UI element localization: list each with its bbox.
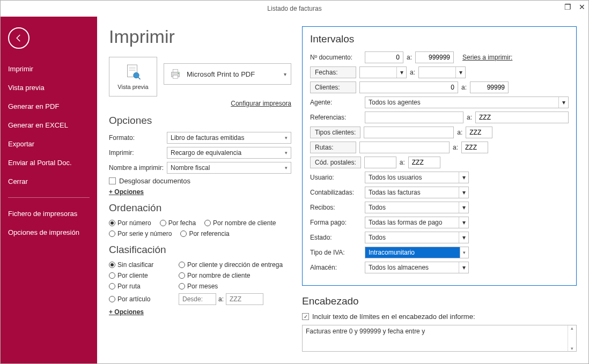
sidebar-item-pdf[interactable]: Generar en PDF	[1, 97, 97, 116]
encabezado-checkbox[interactable]: ✓	[302, 313, 309, 320]
fecha-to-dropdown[interactable]: ▾	[418, 66, 466, 78]
contab-dropdown[interactable]: Todas las facturas▾	[365, 187, 469, 198]
ndoc-from-input[interactable]	[365, 51, 403, 63]
sidebar-item-exportar[interactable]: Exportar	[1, 135, 97, 153]
tipos-to-input[interactable]	[466, 127, 492, 138]
fecha-from-dropdown[interactable]: ▾	[359, 66, 407, 78]
formato-select[interactable]: Libro de facturas emitidas▾	[167, 132, 291, 144]
nombre-label: Nombre a imprimir:	[109, 164, 167, 172]
a-label-clas: a:	[218, 295, 224, 303]
iva-dropdown[interactable]: Intracomunitario▾	[365, 247, 469, 258]
almacen-dropdown[interactable]: Todos los almacenes▾	[365, 262, 469, 273]
mas-opciones-link[interactable]: + Opciones	[109, 188, 144, 196]
sidebar-item-imprimir[interactable]: Imprimir	[1, 60, 97, 78]
titlebar: Listado de facturas ❐ ✕	[1, 1, 588, 17]
svg-point-9	[178, 73, 179, 74]
printer-icon	[168, 67, 182, 81]
radio-por-serie-numero[interactable]: Por serie y número	[109, 230, 172, 237]
rutas-from-input[interactable]	[359, 142, 450, 153]
sidebar-item-vista-previa[interactable]: Vista previa	[1, 78, 97, 97]
chevron-down-icon: ▾	[284, 71, 286, 77]
close-icon[interactable]: ✕	[579, 3, 585, 11]
radio-por-articulo[interactable]: Por artículo	[109, 295, 179, 303]
cod-postales-button[interactable]: Cód. postales:	[310, 157, 361, 168]
restore-icon[interactable]: ❐	[564, 3, 571, 11]
radio-por-nombre-cliente2[interactable]: Por nombre de cliente	[179, 272, 291, 279]
cod-to-input[interactable]	[408, 157, 440, 168]
printer-dropdown[interactable]: Microsoft Print to PDF ▾	[164, 63, 291, 85]
mas-opciones-clas-link[interactable]: + Opciones	[109, 308, 144, 316]
clasificacion-header: Clasificación	[109, 244, 291, 256]
series-link[interactable]: Series a imprimir:	[462, 54, 512, 61]
referencias-to-input[interactable]	[475, 112, 569, 123]
svg-rect-8	[173, 75, 178, 79]
estado-dropdown[interactable]: Todos▾	[365, 232, 469, 243]
radio-por-nombre-cliente[interactable]: Por nombre de cliente	[204, 219, 276, 227]
referencias-from-input[interactable]	[365, 112, 463, 123]
sidebar-item-fichero[interactable]: Fichero de impresoras	[1, 204, 97, 223]
vista-previa-button[interactable]: Vista previa	[109, 57, 157, 96]
radio-por-meses[interactable]: Por meses	[179, 283, 291, 290]
imprimir-select[interactable]: Recargo de equivalencia▾	[167, 147, 291, 159]
rutas-button[interactable]: Rutas:	[310, 142, 356, 153]
tipos-from-input[interactable]	[364, 127, 454, 138]
radio-por-fecha[interactable]: Por fecha	[160, 219, 196, 227]
encabezado-header: Encabezado	[302, 295, 577, 307]
vista-previa-label: Vista previa	[117, 84, 148, 90]
imprimir-label: Imprimir:	[109, 149, 167, 157]
tipos-clientes-button[interactable]: Tipos clientes:	[310, 127, 360, 138]
recibos-dropdown[interactable]: Todos▾	[365, 202, 469, 213]
radio-cliente-direccion[interactable]: Por cliente y dirección de entrega	[179, 261, 291, 269]
sidebar-item-cerrar[interactable]: Cerrar	[1, 172, 97, 191]
desde-input[interactable]	[179, 293, 216, 305]
radio-sin-clasificar[interactable]: Sin clasificar	[109, 261, 179, 269]
desglosar-checkbox[interactable]	[109, 177, 116, 184]
radio-por-cliente[interactable]: Por cliente	[109, 272, 179, 279]
back-button[interactable]	[8, 27, 30, 49]
agente-label: Agente:	[310, 99, 362, 106]
sidebar-separator	[8, 197, 90, 198]
sidebar-item-portal[interactable]: Enviar al Portal Doc.	[1, 153, 97, 172]
opciones-header: Opciones	[109, 115, 291, 127]
config-printer-link[interactable]: Configurar impresora	[109, 100, 291, 107]
printer-name: Microsoft Print to PDF	[187, 70, 255, 78]
usuario-label: Usuario:	[310, 174, 362, 181]
clientes-from-input[interactable]	[359, 81, 458, 93]
encabezado-textarea[interactable]: Facturas entre 0 y 999999 y fecha entre …	[302, 325, 577, 352]
agente-dropdown[interactable]: Todos los agentes▾	[365, 96, 569, 108]
forma-dropdown[interactable]: Todas las formas de pago▾	[365, 217, 469, 228]
ndoc-to-input[interactable]	[415, 51, 454, 63]
radio-por-ruta[interactable]: Por ruta	[109, 283, 179, 290]
sidebar-item-excel[interactable]: Generar en EXCEL	[1, 116, 97, 135]
almacen-label: Almacén:	[310, 264, 362, 271]
radio-por-referencia[interactable]: Por referencia	[180, 230, 229, 237]
recibos-label: Recibos:	[310, 204, 362, 211]
clientes-to-input[interactable]	[470, 81, 509, 93]
encabezado-check-label: Incluir texto de límites en el encabezad…	[312, 313, 475, 321]
rutas-to-input[interactable]	[461, 142, 488, 153]
page-title: Imprimir	[109, 26, 291, 47]
nombre-select[interactable]: Nombre fiscal▾	[167, 162, 291, 174]
svg-point-4	[134, 72, 139, 78]
iva-label: Tipo de IVA:	[310, 249, 362, 256]
sidebar-item-opciones-imp[interactable]: Opciones de impresión	[1, 223, 97, 242]
fechas-button[interactable]: Fechas:	[310, 66, 356, 78]
radio-por-numero[interactable]: Por número	[109, 219, 151, 227]
hasta-input[interactable]	[226, 293, 263, 305]
document-preview-icon	[123, 63, 143, 83]
ndoc-label: Nº documento:	[310, 54, 362, 61]
forma-label: Forma pago:	[310, 219, 362, 226]
usuario-dropdown[interactable]: Todos los usuarios▾	[365, 172, 469, 183]
intervalos-panel: Intervalos Nº documento: a: Series a imp…	[302, 26, 577, 286]
svg-rect-7	[173, 69, 178, 72]
contab-label: Contabilizadas:	[310, 189, 362, 196]
window-title: Listado de facturas	[267, 5, 321, 12]
svg-line-5	[138, 77, 141, 79]
estado-label: Estado:	[310, 234, 362, 241]
intervalos-header: Intervalos	[310, 33, 569, 45]
cod-from-input[interactable]	[364, 157, 396, 168]
scrollbar[interactable]: ▴▾	[568, 325, 576, 351]
formato-label: Formato:	[109, 134, 167, 142]
ordenacion-header: Ordenación	[109, 202, 291, 214]
clientes-button[interactable]: Clientes:	[310, 81, 356, 93]
